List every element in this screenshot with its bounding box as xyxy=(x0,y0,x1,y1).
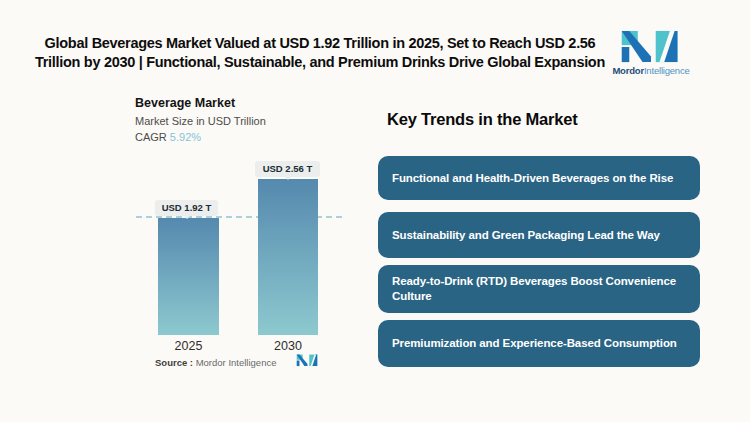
page-title: Global Beverages Market Valued at USD 1.… xyxy=(30,34,610,72)
mordor-logo-mini xyxy=(296,354,319,367)
trend-box-rtd: Ready-to-Drink (RTD) Beverages Boost Con… xyxy=(378,265,700,313)
mordor-logo-icon xyxy=(619,30,683,64)
infographic-canvas: Global Beverages Market Valued at USD 1.… xyxy=(0,0,750,422)
trend-label: Sustainability and Green Packaging Lead … xyxy=(392,228,660,243)
trend-box-premiumization: Premiumization and Experience-Based Cons… xyxy=(378,320,700,367)
trend-box-functional: Functional and Health-Driven Beverages o… xyxy=(378,156,700,200)
trend-label: Functional and Health-Driven Beverages o… xyxy=(392,171,673,186)
mordor-logo-mini-icon xyxy=(296,354,319,367)
x-axis-label-2025: 2025 xyxy=(158,339,219,353)
bar-2030 xyxy=(258,179,318,335)
cagr-label: CAGR xyxy=(135,131,167,143)
bar-value-label-2025: USD 1.92 T xyxy=(155,200,218,216)
chart-cagr: CAGR 5.92% xyxy=(135,131,201,143)
x-axis-label-2030: 2030 xyxy=(258,339,318,353)
brand-logo-text: MordorIntelligence xyxy=(611,65,691,76)
source-label: Source : xyxy=(155,357,193,368)
source-value: Mordor Intelligence xyxy=(196,357,277,368)
brand-logo: MordorIntelligence xyxy=(611,30,691,76)
brand-name-light: Intelligence xyxy=(644,65,690,76)
trend-label: Premiumization and Experience-Based Cons… xyxy=(392,336,677,351)
chart-subtitle: Market Size in USD Trillion xyxy=(135,115,266,127)
trends-heading: Key Trends in the Market xyxy=(387,110,578,129)
trend-box-sustainability: Sustainability and Green Packaging Lead … xyxy=(378,212,700,258)
chart-title: Beverage Market xyxy=(135,96,235,110)
brand-name-bold: Mordor xyxy=(612,65,644,76)
bar-2025 xyxy=(158,218,219,335)
trend-label: Ready-to-Drink (RTD) Beverages Boost Con… xyxy=(392,274,686,304)
cagr-value: 5.92% xyxy=(170,131,201,143)
source-line: Source : Mordor Intelligence xyxy=(155,357,276,368)
bar-value-label-2030: USD 2.56 T xyxy=(255,161,320,177)
